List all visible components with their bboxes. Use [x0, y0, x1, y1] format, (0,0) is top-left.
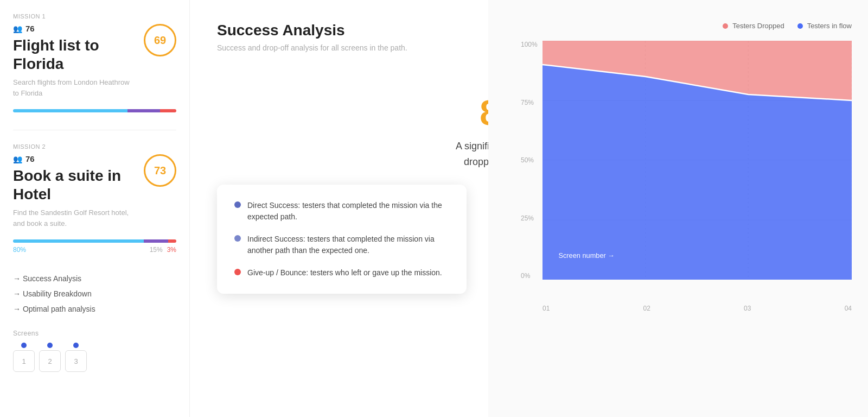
progress-purple-1: [127, 109, 160, 112]
y-axis-labels: 100% 75% 50% 25% 0%: [521, 41, 538, 280]
progress-label-mid: 15%: [150, 246, 163, 254]
progress-labels: 80% 15% 3%: [13, 246, 176, 254]
mission-1-label: MISSION 1: [13, 13, 176, 20]
screen-box-1[interactable]: 1: [13, 350, 35, 372]
progress-label-right: 3%: [167, 246, 176, 254]
chart-svg: Screen number →: [542, 41, 852, 280]
screen-dot-1: [21, 343, 27, 348]
mission-2-card: MISSION 2 👥 76 Book a suite in Hotel Fin…: [13, 143, 176, 254]
legend-inflow-label: Testers in flow: [807, 22, 852, 30]
screen-box-2[interactable]: 2: [39, 350, 61, 372]
mission-1-card: MISSION 1 👥 76 Flight list to Florida Se…: [13, 13, 176, 112]
mission-1-score: 69: [144, 24, 176, 56]
screen-item-2: 2: [39, 343, 61, 372]
divider-1: [13, 130, 176, 130]
legend-dot-red: [234, 269, 241, 275]
sidebar: MISSION 1 👥 76 Flight list to Florida Se…: [0, 0, 190, 417]
legend-item-1: Direct Success: testers that completed t…: [234, 200, 449, 223]
nav-success-analysis[interactable]: → Success Analysis: [13, 271, 176, 286]
screen-dot-3: [73, 343, 79, 348]
screen-box-3[interactable]: 3: [65, 350, 87, 372]
legend-text-1: Direct Success: testers that completed t…: [247, 200, 449, 223]
y-label-0: 0%: [521, 272, 538, 280]
mission-2-tester-count: 76: [25, 154, 35, 163]
progress-blue-2: [13, 239, 144, 243]
mission-2-progress-bar: [13, 239, 176, 243]
legend-item-2: Indirect Success: testers that completed…: [234, 233, 449, 256]
chart-area: Testers Dropped Testers in flow 100% 75%…: [488, 0, 868, 417]
y-label-50: 50%: [521, 156, 538, 164]
mission-1-progress-bar: [13, 109, 176, 112]
x-label-02: 02: [643, 305, 650, 312]
chart-wrapper: 100% 75% 50% 25% 0%: [521, 41, 852, 312]
x-label-03: 03: [744, 305, 751, 312]
y-label-75: 75%: [521, 99, 538, 106]
progress-blue-1: [13, 109, 127, 112]
y-label-100: 100%: [521, 41, 538, 48]
legend-text-2: Indirect Success: testers that completed…: [247, 233, 449, 256]
legend-dropped-label: Testers Dropped: [732, 22, 784, 30]
x-label-04: 04: [845, 305, 852, 312]
screen-dots-row: 1 2 3: [13, 343, 176, 372]
legend-dropped: Testers Dropped: [723, 22, 784, 30]
mission-1-title: Flight list to Florida: [13, 36, 135, 73]
legend-dot-lightblue: [234, 235, 241, 242]
x-label-01: 01: [542, 305, 550, 312]
nav-links: → Success Analysis → Usability Breakdown…: [13, 271, 176, 317]
mission-2-title: Book a suite in Hotel: [13, 167, 135, 203]
progress-red-2: [168, 239, 176, 243]
progress-label-blue: 80%: [13, 246, 26, 254]
legend-dot-dropped: [723, 23, 728, 29]
chart-screen-label: Screen number →: [558, 251, 615, 260]
chart-legend: Testers Dropped Testers in flow: [521, 22, 852, 30]
screen-item-3: 3: [65, 343, 87, 372]
mission-2-label: MISSION 2: [13, 143, 176, 150]
legend-inflow: Testers in flow: [797, 22, 852, 30]
screen-dot-2: [47, 343, 53, 348]
people-icon-2: 👥: [13, 155, 22, 163]
screens-label: Screens: [13, 330, 176, 337]
people-icon-1: 👥: [13, 24, 22, 33]
mission-1-subtitle: Search flights from London Heathrow to F…: [13, 77, 135, 98]
nav-usability-breakdown[interactable]: → Usability Breakdown: [13, 286, 176, 301]
mission-2-score: 73: [144, 154, 176, 187]
mission-1-tester-count: 76: [25, 24, 35, 33]
legend-box: Direct Success: testers that completed t…: [217, 185, 467, 294]
chart-svg-area: Screen number →: [542, 41, 852, 280]
legend-dot-blue: [234, 201, 241, 208]
nav-optimal-path[interactable]: → Optimal path analysis: [13, 301, 176, 317]
legend-item-3: Give-up / Bounce: testers who left or ga…: [234, 267, 449, 279]
legend-dot-inflow: [797, 23, 803, 29]
progress-red-1: [160, 109, 176, 112]
y-label-25: 25%: [521, 214, 538, 222]
x-axis-labels: 01 02 03 04: [542, 300, 852, 312]
mission-2-subtitle: Find the Sandestin Golf Resort hotel, an…: [13, 207, 135, 229]
screens-section: Screens 1 2 3: [13, 330, 176, 372]
screen-item-1: 1: [13, 343, 35, 372]
legend-text-3: Give-up / Bounce: testers who left or ga…: [247, 267, 442, 279]
progress-purple-2: [144, 239, 168, 243]
